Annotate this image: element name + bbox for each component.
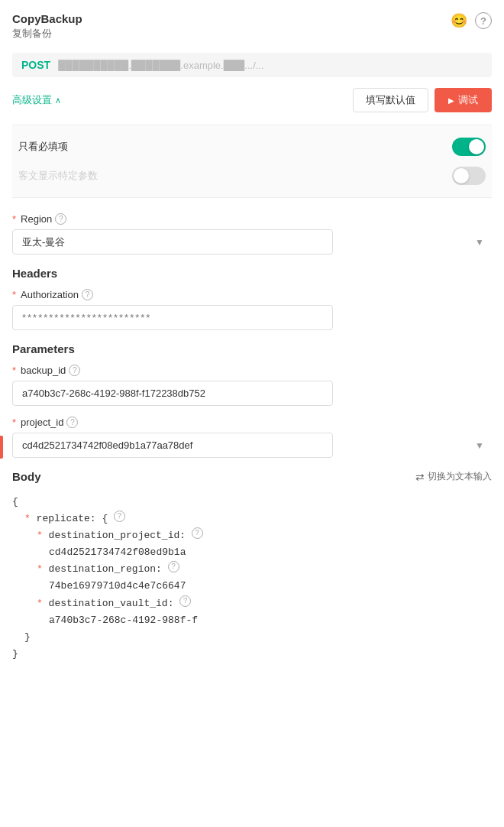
body-section: Body ⇄ 切换为文本输入 { * replicate : { ? * des… <box>12 470 492 667</box>
advanced-settings-toggle[interactable]: 高级设置 ∧ <box>12 93 61 107</box>
authorization-input[interactable] <box>12 305 333 330</box>
http-method: POST <box>21 59 50 71</box>
code-replicate-close: } <box>12 629 492 646</box>
dest-region-key: destination_region: <box>49 561 162 578</box>
chevron-up-icon: ∧ <box>55 96 61 105</box>
parameters-section: Parameters * backup_id ? * project_id ? … <box>12 342 492 458</box>
top-icons: 😊 ? <box>451 12 492 29</box>
smile-icon[interactable]: 😊 <box>451 12 467 29</box>
project-id-label: * project_id ? <box>12 417 492 428</box>
backup-id-help-icon[interactable]: ? <box>69 365 80 376</box>
code-replicate-key: * replicate : { ? <box>12 511 492 527</box>
params-label: 客文显示特定参数 <box>18 169 98 183</box>
authorization-help-icon[interactable]: ? <box>82 289 93 300</box>
dest-project-id-key: destination_project_id: <box>49 527 186 544</box>
project-id-label-text: project_id <box>21 417 63 428</box>
region-label-text: Region <box>21 213 52 225</box>
action-buttons: 填写默认值 ▶ 调试 <box>353 88 492 112</box>
title-en: CopyBackup <box>12 12 492 25</box>
dest-region-value: 74be16979710d4c4e7c6647 <box>49 578 186 595</box>
project-id-select-wrapper: cd4d2521734742f08ed9b1a77aa78def ▼ <box>12 433 492 458</box>
code-dest-region-value: 74be16979710d4c4e7c6647 <box>12 578 492 595</box>
region-select[interactable]: 亚太-曼谷 <box>12 229 333 255</box>
region-select-wrapper: 亚太-曼谷 ▼ <box>12 229 492 255</box>
dest-project-help-icon[interactable]: ? <box>192 527 203 539</box>
open-brace-char: { <box>12 494 18 511</box>
replicate-key-text: replicate <box>37 511 90 527</box>
code-close-brace: } <box>12 646 492 663</box>
close-brace-char: } <box>12 646 18 663</box>
dest-region-help-icon[interactable]: ? <box>168 561 179 572</box>
method-url-bar: POST ██████████.███████.example.███.../.… <box>12 53 492 77</box>
project-id-select[interactable]: cd4d2521734742f08ed9b1a77aa78def <box>12 433 333 458</box>
region-help-icon[interactable]: ? <box>55 213 66 225</box>
url-display: ██████████.███████.example.███.../... <box>58 60 483 71</box>
params-toggle[interactable] <box>452 167 486 185</box>
toggle-thumb-required <box>469 139 484 154</box>
code-dest-project-value: cd4d2521734742f08ed9b1a <box>12 544 492 561</box>
code-dest-vault-id: * destination_vault_id: ? <box>12 595 492 612</box>
backup-id-label-text: backup_id <box>21 365 66 376</box>
body-code-block: { * replicate : { ? * destination_projec… <box>12 489 492 667</box>
left-indicator <box>0 436 3 459</box>
title-zh: 复制备份 <box>12 27 492 41</box>
region-label: * Region ? <box>12 213 492 225</box>
required-only-row: 只看必填项 <box>18 135 486 159</box>
switch-text-label: 切换为文本输入 <box>428 470 492 483</box>
advanced-row: 高级设置 ∧ 填写默认值 ▶ 调试 <box>12 88 492 112</box>
replicate-colon-brace: : { <box>90 511 108 527</box>
play-icon: ▶ <box>448 96 454 105</box>
authorization-label: * Authorization ? <box>12 289 492 300</box>
region-field: * Region ? 亚太-曼谷 ▼ <box>12 213 492 255</box>
debug-button[interactable]: ▶ 调试 <box>435 88 492 112</box>
help-circle-icon[interactable]: ? <box>475 12 492 29</box>
title-section: CopyBackup 复制备份 <box>12 12 492 41</box>
authorization-label-text: Authorization <box>21 289 79 300</box>
switch-text-button[interactable]: ⇄ 切换为文本输入 <box>415 470 492 483</box>
dest-vault-id-key: destination_vault_id: <box>49 595 174 612</box>
advanced-settings-label: 高级设置 <box>12 93 52 107</box>
project-id-help-icon[interactable]: ? <box>66 417 78 428</box>
backup-id-input[interactable] <box>12 381 333 406</box>
replicate-help-icon[interactable]: ? <box>114 511 125 522</box>
dest-region-required-star: * <box>37 561 49 578</box>
dest-vault-id-value: a740b3c7-268c-4192-988f-f <box>49 612 198 629</box>
select-arrow-region: ▼ <box>475 237 484 248</box>
code-open-brace: { <box>12 494 492 511</box>
debug-label: 调试 <box>458 93 478 107</box>
dest-project-id-value: cd4d2521734742f08ed9b1a <box>49 544 186 561</box>
required-star-region: * <box>12 213 16 225</box>
replicate-close-brace: } <box>24 629 31 646</box>
required-only-label: 只看必填项 <box>18 140 68 154</box>
required-star-project: * <box>12 417 16 428</box>
code-dest-project-id: * destination_project_id: ? <box>12 527 492 544</box>
required-star-auth: * <box>12 289 16 300</box>
body-title: Body <box>12 470 41 483</box>
dest-vault-help-icon[interactable]: ? <box>179 595 191 607</box>
code-dest-region: * destination_region: ? <box>12 561 492 578</box>
toggle-thumb-params <box>454 168 469 183</box>
headers-section: Headers * Authorization ? <box>12 267 492 330</box>
dest-project-required-star: * <box>37 527 49 544</box>
options-section: 只看必填项 客文显示特定参数 <box>12 125 492 198</box>
params-row: 客文显示特定参数 <box>18 164 486 188</box>
parameters-title: Parameters <box>12 342 492 355</box>
replicate-key-required-star: * <box>24 511 37 527</box>
fill-default-button[interactable]: 填写默认值 <box>353 88 428 112</box>
required-only-toggle[interactable] <box>452 138 486 156</box>
dest-vault-required-star: * <box>37 595 49 612</box>
select-arrow-project: ▼ <box>475 440 484 451</box>
switch-icon: ⇄ <box>415 471 425 483</box>
required-star-backup: * <box>12 365 16 376</box>
code-dest-vault-value: a740b3c7-268c-4192-988f-f <box>12 612 492 629</box>
body-header: Body ⇄ 切换为文本输入 <box>12 470 492 483</box>
headers-title: Headers <box>12 267 492 280</box>
backup-id-label: * backup_id ? <box>12 365 492 376</box>
